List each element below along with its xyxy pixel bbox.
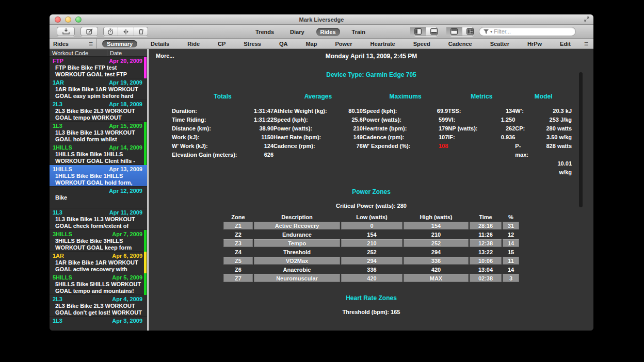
view-tab-qa[interactable]: QA bbox=[275, 40, 293, 47]
metric-label: Power (watts): bbox=[273, 124, 312, 133]
ride-list-item[interactable]: 1HILLSApr 14, 20091HILLS Bike Bike 1HILL… bbox=[50, 143, 147, 165]
metric-value: 1150 bbox=[261, 133, 273, 142]
edit-ride-button[interactable] bbox=[81, 27, 98, 36]
chevron-down-icon[interactable]: ▾ bbox=[490, 29, 492, 34]
view-tab-scatter[interactable]: Scatter bbox=[486, 40, 514, 47]
filter-field[interactable]: ▾ bbox=[479, 27, 576, 36]
ride-description: FTP Bike Bike FTP test WORKOUT GOAL test… bbox=[53, 64, 142, 78]
rides-sidebar: Workout Code Date FTPApr 20, 2009FTP Bik… bbox=[50, 49, 147, 331]
ride-date: Apr 11, 2009 bbox=[109, 209, 142, 216]
stopwatch-button[interactable] bbox=[103, 27, 118, 36]
metric-label: Distance (km): bbox=[172, 124, 211, 133]
main-toolbar: TrendsDiaryRidesTrain ▾ bbox=[50, 25, 593, 39]
ride-list-item[interactable]: 1ARApr 6, 20091AR Bike Bike 1AR WORKOUT … bbox=[50, 252, 147, 273]
metric-value: 10.01 w/kg bbox=[548, 159, 572, 177]
metric-row: Speed (kph):69.9 bbox=[363, 107, 448, 116]
ride-description: 2L3 Bike Bike 2L3 WORKOUT GOAL tempo WOR… bbox=[53, 108, 142, 122]
metric-row: Power (watts):210 bbox=[273, 124, 363, 133]
summary-section-averages: AveragesAthlete Weight (kg):80.10Speed (… bbox=[273, 93, 363, 177]
split-ride-button[interactable] bbox=[118, 27, 134, 36]
scope-tab-rides[interactable]: Rides bbox=[316, 28, 340, 36]
list-column-headers: Workout Code Date bbox=[50, 49, 147, 57]
metric-label: Speed (kph): bbox=[273, 116, 308, 124]
metric-row: Cadence (rpm):107 bbox=[363, 133, 448, 142]
metric-value: 149 bbox=[353, 133, 362, 142]
metric-row: TSS:134 bbox=[448, 107, 515, 116]
view-tab-stress[interactable]: Stress bbox=[239, 40, 266, 47]
ride-code: 1L3 bbox=[53, 317, 62, 324]
zones-header-cell: High (watts) bbox=[404, 213, 469, 221]
view-tab-edit[interactable]: Edit bbox=[555, 40, 575, 47]
delete-ride-button[interactable] bbox=[134, 27, 148, 36]
critical-power-text: Critical Power (watts): 280 bbox=[149, 203, 593, 209]
zone-row-z1: Z1Active Recovery015428:1631 bbox=[223, 222, 519, 229]
metric-label bbox=[515, 116, 533, 124]
zone-cell: 11:26 bbox=[470, 231, 502, 238]
metric-value: 179 bbox=[439, 124, 448, 133]
view-tab-ride[interactable]: Ride bbox=[183, 40, 204, 47]
view-tab-hrpw[interactable]: HrPw bbox=[523, 40, 546, 47]
zoom-button[interactable] bbox=[75, 17, 82, 23]
ride-list-item[interactable]: 2L3Apr 18, 20092L3 Bike Bike 2L3 WORKOUT… bbox=[50, 100, 147, 122]
zone-cell: 3 bbox=[503, 274, 519, 282]
view-tab-map[interactable]: Map bbox=[301, 40, 321, 47]
metric-label: CP: bbox=[515, 124, 533, 133]
ride-list-item[interactable]: 5HILLSApr 5, 20095HILLS Bike 5HILLS WORK… bbox=[50, 273, 147, 295]
ride-list-item[interactable]: 1L3Apr 3, 2009 bbox=[50, 317, 147, 331]
scope-tab-train[interactable]: Train bbox=[348, 28, 369, 36]
zone-cell: 154 bbox=[404, 222, 469, 229]
view-tab-speed[interactable]: Speed bbox=[409, 40, 435, 47]
scrollbar-thumb[interactable] bbox=[579, 72, 583, 207]
metric-label: Time Riding: bbox=[172, 116, 206, 124]
bottombar-toggle-button[interactable] bbox=[426, 27, 442, 36]
fullscreen-icon[interactable] bbox=[584, 17, 589, 22]
ride-list-item[interactable]: 1L3Apr 11, 20091L3 Bike Bike 1L3 WORKOUT… bbox=[50, 208, 147, 230]
metric-value: 0.936 bbox=[501, 133, 516, 142]
heart-rate-zones-title: Heart Rate Zones bbox=[149, 294, 593, 302]
zone-cell: Active Recovery bbox=[254, 222, 340, 229]
column-date[interactable]: Date bbox=[107, 50, 147, 56]
sidebar-menu-icon[interactable]: ≡ bbox=[89, 41, 93, 46]
close-button[interactable] bbox=[55, 17, 61, 23]
filter-input[interactable] bbox=[494, 28, 571, 35]
ride-code: 3HILLS bbox=[53, 231, 72, 238]
ride-list-item[interactable]: FTPApr 20, 2009FTP Bike Bike FTP test WO… bbox=[50, 57, 147, 78]
view-tab-cp[interactable]: CP bbox=[213, 40, 230, 47]
view-tab-cadence[interactable]: Cadence bbox=[444, 40, 477, 47]
funnel-icon bbox=[484, 29, 489, 34]
ride-list-item[interactable]: 2L3Apr 4, 20092L3 Bike Bike 2L3 WORKOUT … bbox=[50, 295, 147, 317]
ride-list-item[interactable]: 1ARApr 19, 20091AR Bike Bike 1AR WORKOUT… bbox=[50, 78, 147, 100]
view-tab-menu-icon[interactable]: ≡ bbox=[584, 41, 588, 46]
view-tab-power[interactable]: Power bbox=[330, 40, 357, 47]
zone-cell: 14 bbox=[503, 239, 519, 247]
split-icon bbox=[122, 29, 130, 35]
view-tab-summary[interactable]: Summary bbox=[102, 40, 137, 47]
view-tab-heartrate[interactable]: Heartrate bbox=[365, 40, 399, 47]
stopwatch-icon bbox=[107, 28, 114, 35]
ride-list-item[interactable]: Apr 12, 2009Bike bbox=[50, 187, 147, 208]
sidebar-toggle-button[interactable] bbox=[410, 27, 426, 36]
more-link[interactable]: More... bbox=[156, 53, 174, 59]
ride-list-item[interactable]: 1HILLSApr 13, 20091HILLS Bike Bike 1HILL… bbox=[50, 165, 147, 187]
ride-date: Apr 4, 2009 bbox=[112, 295, 142, 303]
sidebar-header: Rides ≡ bbox=[50, 39, 97, 49]
ride-code-date: Apr 12, 2009 bbox=[53, 187, 142, 194]
tiled-view-button[interactable] bbox=[462, 27, 478, 36]
zones-header-cell: Zone bbox=[223, 213, 253, 221]
scope-tab-trends[interactable]: Trends bbox=[251, 28, 278, 36]
column-workout-code[interactable]: Workout Code bbox=[50, 50, 107, 56]
single-view-button[interactable] bbox=[446, 27, 462, 36]
ride-list-item[interactable]: 1L3Apr 15, 20091L3 Bike Bike 1L3 WORKOUT… bbox=[50, 122, 147, 143]
ride-color-bar bbox=[144, 143, 147, 165]
zone-cell: 420 bbox=[341, 274, 403, 282]
scope-tab-diary[interactable]: Diary bbox=[286, 28, 309, 36]
view-tab-details[interactable]: Details bbox=[146, 40, 174, 47]
ride-code: 1L3 bbox=[53, 209, 62, 216]
ride-date: Apr 7, 2009 bbox=[112, 231, 142, 238]
minimize-button[interactable] bbox=[65, 17, 71, 23]
metric-label: W': bbox=[515, 107, 533, 116]
download-button[interactable] bbox=[57, 27, 75, 36]
ride-list-item[interactable]: 3HILLSApr 7, 20093HILLS Bike Bike 3HILLS… bbox=[50, 230, 147, 252]
zone-cell: 12 bbox=[503, 231, 519, 238]
ride-description: 1L3 Bike Bike 1L3 WORKOUT GOAL hold form… bbox=[53, 129, 142, 143]
